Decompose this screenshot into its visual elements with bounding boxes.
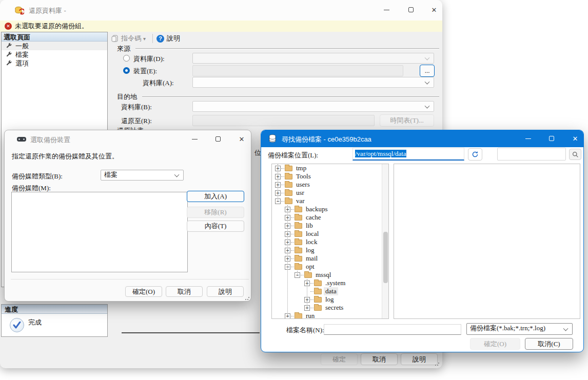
resize-grip[interactable] <box>245 295 250 301</box>
contents-button[interactable]: 內容(T) <box>187 221 244 232</box>
sidebar-item-options[interactable]: 選項 <box>2 59 107 68</box>
tree-item[interactable]: +tmp <box>272 164 388 172</box>
tree-item[interactable]: +run <box>272 312 388 319</box>
filename-input[interactable] <box>324 324 461 335</box>
folder-tree[interactable]: +tmp+Tools+users+usr−var+backups+cache+l… <box>271 164 389 319</box>
tree-item-label[interactable]: cache <box>304 213 323 222</box>
main-cancel-button[interactable]: 取消 <box>361 353 398 365</box>
close-button[interactable]: ✕ <box>230 131 253 147</box>
tree-item-label[interactable]: secrets <box>324 304 345 312</box>
sidebar-item-files[interactable]: 檔案 <box>2 50 107 59</box>
tree-item-label[interactable]: lock <box>304 238 319 246</box>
tree-item-label[interactable]: Tools <box>295 172 312 181</box>
locate-cancel-button[interactable]: 取消(C) <box>525 338 573 350</box>
remove-button[interactable]: 移除(R) <box>187 207 244 218</box>
tree-item-label[interactable]: local <box>304 230 320 238</box>
tree-item[interactable]: +lib <box>272 222 388 230</box>
minimize-button[interactable] <box>183 131 206 147</box>
progress-header: 進度 <box>2 305 107 314</box>
location-value: /var/opt/mssql/data <box>355 150 406 157</box>
tree-connector <box>281 193 284 193</box>
scrollbar-thumb[interactable] <box>383 232 388 283</box>
script-dropdown-icon[interactable]: ▾ <box>143 36 146 42</box>
minimize-button[interactable] <box>375 2 398 17</box>
progress-panel: 進度 完成 <box>1 304 108 337</box>
tree-item-label[interactable]: lib <box>304 222 315 230</box>
timeline-button[interactable]: 時間表(T)... <box>380 114 434 127</box>
tree-item-label[interactable]: mail <box>304 254 319 263</box>
tree-item-label[interactable]: run <box>304 312 316 319</box>
tree-item[interactable]: +local <box>272 230 388 238</box>
wrench-icon <box>6 51 12 58</box>
sidebar-item-label: 選項 <box>15 59 29 68</box>
device-textbox[interactable] <box>192 65 403 76</box>
help-button[interactable]: 說明 <box>167 34 180 43</box>
tree-item-label[interactable]: usr <box>295 189 306 197</box>
resize-grip[interactable] <box>435 361 440 366</box>
tree-item-label[interactable]: log <box>324 295 336 304</box>
tree-connector <box>291 226 294 226</box>
tree-item-label[interactable]: mssql <box>314 271 332 279</box>
tree-item[interactable]: +log <box>272 246 388 254</box>
tree-item-label[interactable]: var <box>295 197 306 205</box>
tree-item[interactable]: +backups <box>272 205 388 213</box>
device-ok-button[interactable]: 確定(O) <box>125 286 162 297</box>
tree-item[interactable]: +mail <box>272 254 388 263</box>
add-button[interactable]: 加入(A) <box>187 191 244 202</box>
locate-ok-button[interactable]: 確定(O) <box>470 338 520 350</box>
search-button[interactable] <box>569 149 581 160</box>
restore-to-textbox[interactable] <box>192 115 375 126</box>
close-button[interactable]: ✕ <box>564 131 584 146</box>
tree-item-label[interactable]: .system <box>324 279 347 287</box>
tree-item-label[interactable]: tmp <box>295 164 308 172</box>
filetype-combo[interactable]: 備份檔案(*.bak;*.trn;*.log) <box>466 323 573 335</box>
backup-media-listbox[interactable] <box>11 192 188 272</box>
tree-item[interactable]: −opt <box>272 263 388 271</box>
database-radio[interactable] <box>123 55 130 62</box>
source-database-combo[interactable] <box>192 53 434 64</box>
maximize-button[interactable] <box>207 131 229 147</box>
main-titlebar[interactable]: 還原資料庫 - ✕ <box>0 0 442 21</box>
main-help-button[interactable]: 說明 <box>401 353 438 365</box>
media-type-combo[interactable]: 檔案 <box>101 170 184 181</box>
tree-item[interactable]: −var <box>272 197 388 205</box>
tree-item[interactable]: +.system <box>272 279 388 287</box>
tree-scrollbar[interactable] <box>382 164 388 318</box>
folder-icon <box>285 166 292 171</box>
tree-item-label[interactable]: users <box>295 181 311 189</box>
database-b-combo[interactable] <box>192 101 434 112</box>
tree-item-label[interactable]: data <box>324 287 338 295</box>
refresh-button[interactable] <box>468 148 482 161</box>
browse-devices-button[interactable]: ... <box>420 65 435 77</box>
tree-item-label[interactable]: log <box>304 246 316 254</box>
tree-item[interactable]: data <box>272 287 388 295</box>
script-button[interactable]: 指令碼 <box>121 34 141 43</box>
warning-text: 未選取要還原的備份組。 <box>15 22 88 31</box>
locate-titlebar[interactable]: 尋找備份檔案 - ce0e359b2caa ✕ <box>261 130 583 147</box>
tree-item[interactable]: +log <box>272 295 388 304</box>
tree-item[interactable]: +users <box>272 181 388 189</box>
maximize-button[interactable] <box>540 131 563 146</box>
tree-item[interactable]: +secrets <box>272 304 388 312</box>
tree-item-label[interactable]: backups <box>304 205 329 213</box>
search-input[interactable] <box>497 148 566 161</box>
minimize-icon <box>192 139 198 139</box>
maximize-button[interactable] <box>400 2 422 17</box>
minimize-icon <box>384 10 389 10</box>
tree-item[interactable]: +Tools <box>272 172 388 181</box>
close-button[interactable]: ✕ <box>423 2 442 17</box>
sidebar-item-general[interactable]: 一般 <box>2 42 107 50</box>
device-radio[interactable] <box>123 67 130 74</box>
minimize-button[interactable] <box>517 131 539 146</box>
device-cancel-button[interactable]: 取消 <box>166 286 203 297</box>
device-help-button[interactable]: 說明 <box>207 286 244 297</box>
file-list-panel[interactable] <box>394 164 580 319</box>
location-input[interactable]: /var/opt/mssql/data <box>352 148 464 161</box>
main-ok-button[interactable]: 確定 <box>321 353 358 365</box>
tree-item[interactable]: +cache <box>272 213 388 222</box>
tree-item[interactable]: +lock <box>272 238 388 246</box>
tree-item-label[interactable]: opt <box>304 263 316 271</box>
tree-item[interactable]: +usr <box>272 189 388 197</box>
tree-item[interactable]: −mssql <box>272 271 388 279</box>
database-a-combo[interactable] <box>192 77 434 88</box>
